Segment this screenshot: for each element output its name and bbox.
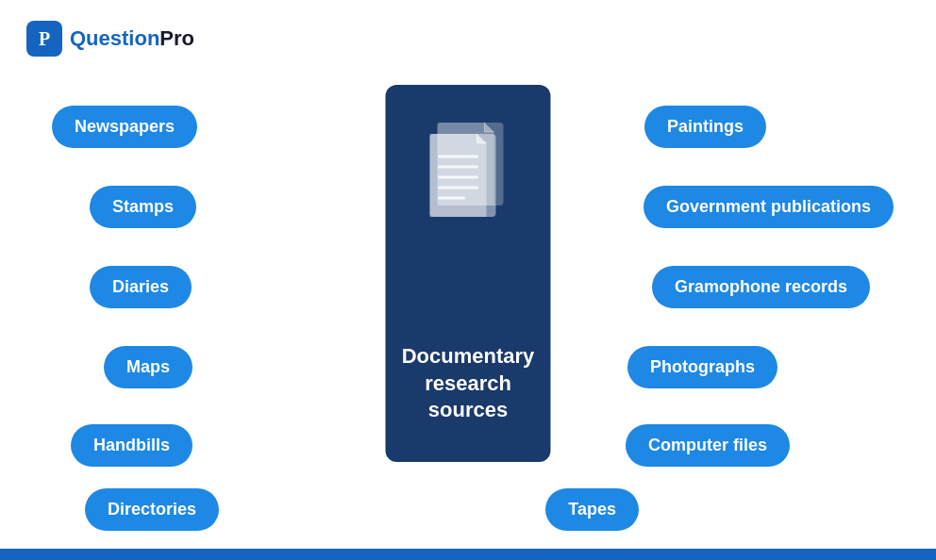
bottom-bar <box>0 549 936 560</box>
pill-maps: Maps <box>104 346 192 388</box>
pill-stamps: Stamps <box>90 186 196 228</box>
document-icon <box>416 113 520 236</box>
pill-diaries: Diaries <box>90 266 192 308</box>
pill-paintings: Paintings <box>644 106 766 148</box>
pill-gramophone-records: Gramophone records <box>652 266 870 308</box>
pill-computer-files: Computer files <box>626 424 790 467</box>
pill-handbills: Handbills <box>71 424 192 467</box>
center-card-title: Documentary research sources <box>402 343 535 424</box>
center-card: Documentary research sources <box>386 85 551 462</box>
pill-tapes: Tapes <box>545 488 639 531</box>
pill-newspapers: Newspapers <box>52 106 197 148</box>
logo-icon: P <box>26 21 62 57</box>
logo-text: QuestionPro <box>70 26 194 51</box>
pill-photographs: Photographs <box>627 346 777 388</box>
logo-brand-first: Question <box>70 26 159 50</box>
pill-directories: Directories <box>85 488 219 531</box>
logo: P QuestionPro <box>26 21 194 57</box>
logo-brand-second: Pro <box>159 26 194 50</box>
pill-govt-publications: Government publications <box>644 186 894 228</box>
